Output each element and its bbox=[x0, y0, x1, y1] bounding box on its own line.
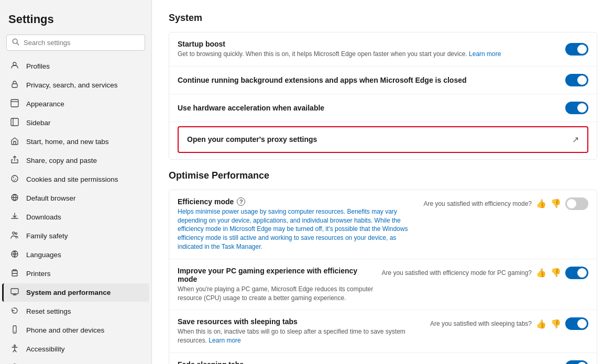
system-card: Startup boost Get to browsing quickly. W… bbox=[169, 32, 597, 160]
hardware-acceleration-label: Use hardware acceleration when available bbox=[178, 104, 565, 112]
browser-icon bbox=[10, 193, 21, 203]
svg-point-11 bbox=[14, 180, 15, 181]
external-link-icon: ↗ bbox=[572, 135, 579, 145]
hardware-acceleration-info: Use hardware acceleration when available bbox=[178, 104, 565, 112]
startup-boost-toggle[interactable] bbox=[565, 43, 588, 56]
efficiency-mode-right: Are you satisfied with efficiency mode? … bbox=[423, 197, 588, 210]
family-icon bbox=[10, 231, 21, 241]
svg-point-13 bbox=[13, 232, 15, 234]
sidebar-item-family-safety[interactable]: Family safety bbox=[2, 227, 149, 245]
help-circle-icon[interactable]: ? bbox=[237, 197, 245, 206]
sidebar-item-label: Default browser bbox=[26, 194, 76, 202]
svg-rect-16 bbox=[12, 273, 17, 276]
sleeping-tabs-toggle-slider bbox=[565, 317, 588, 330]
proxy-settings-row[interactable]: Open your computer's proxy settings ↗ bbox=[178, 126, 588, 153]
sidebar-icon bbox=[10, 118, 21, 128]
optimise-card: Efficiency mode ? Helps minimise power u… bbox=[169, 190, 597, 364]
sleeping-tabs-toggle[interactable] bbox=[565, 317, 588, 330]
download-icon bbox=[10, 212, 21, 222]
fade-sleeping-tabs-toggle[interactable] bbox=[565, 360, 588, 364]
sidebar-item-printers[interactable]: Printers bbox=[2, 264, 149, 283]
pc-gaming-row: Improve your PC gaming experience with e… bbox=[169, 259, 597, 311]
efficiency-mode-toggle[interactable] bbox=[565, 197, 588, 210]
startup-boost-row: Startup boost Get to browsing quickly. W… bbox=[169, 32, 597, 67]
sleeping-tabs-label: Save resources with sleeping tabs bbox=[178, 317, 422, 326]
pc-gaming-thumbs-up-icon[interactable]: 👍 bbox=[536, 268, 546, 278]
sleeping-tabs-learn-more-link[interactable]: Learn more bbox=[209, 337, 240, 344]
pc-gaming-right: Are you satisfied with efficiency mode f… bbox=[381, 267, 588, 279]
sidebar-item-accessibility[interactable]: Accessibility bbox=[2, 340, 149, 358]
sidebar: Settings Profiles Privacy, search, and s… bbox=[0, 0, 152, 364]
fade-sleeping-tabs-label: Fade sleeping tabs bbox=[178, 360, 557, 364]
sidebar-item-default-browser[interactable]: Default browser bbox=[2, 189, 149, 207]
svg-point-20 bbox=[14, 345, 16, 347]
proxy-settings-label: Open your computer's proxy settings bbox=[187, 135, 317, 144]
svg-rect-18 bbox=[13, 326, 16, 333]
sidebar-item-label: Share, copy and paste bbox=[26, 157, 97, 164]
efficiency-feedback-text: Are you satisfied with efficiency mode? bbox=[423, 200, 532, 207]
page-title: Settings bbox=[0, 8, 151, 35]
sidebar-item-label: Sidebar bbox=[26, 119, 51, 127]
sidebar-item-sidebar[interactable]: Sidebar bbox=[2, 114, 149, 132]
appearance-icon bbox=[10, 99, 21, 109]
pc-gaming-thumbs-down-icon[interactable]: 👎 bbox=[551, 268, 561, 278]
sidebar-item-label: Languages bbox=[26, 251, 61, 259]
search-icon bbox=[12, 38, 19, 47]
sidebar-item-share-copy[interactable]: Share, copy and paste bbox=[2, 151, 149, 170]
sidebar-item-label: Reset settings bbox=[26, 307, 71, 315]
fade-sleeping-tabs-right bbox=[565, 360, 588, 364]
sleeping-tabs-info: Save resources with sleeping tabs When t… bbox=[178, 317, 422, 345]
background-extensions-info: Continue running background extensions a… bbox=[178, 76, 565, 84]
sidebar-item-label: Printers bbox=[26, 270, 51, 278]
printer-icon bbox=[10, 269, 21, 279]
sidebar-item-phone-devices[interactable]: Phone and other devices bbox=[2, 321, 149, 339]
startup-boost-learn-more-link[interactable]: Learn more bbox=[469, 50, 501, 58]
optimise-section: Optimise Performance Efficiency mode ? H… bbox=[169, 170, 597, 364]
optimise-section-title: Optimise Performance bbox=[169, 170, 597, 181]
search-box[interactable] bbox=[6, 35, 145, 51]
sidebar-item-languages[interactable]: Languages bbox=[2, 246, 149, 264]
efficiency-mode-title-row: Efficiency mode ? bbox=[178, 197, 415, 206]
search-input[interactable] bbox=[24, 39, 139, 47]
language-icon bbox=[10, 250, 21, 260]
svg-point-10 bbox=[15, 179, 16, 180]
sidebar-item-label: Appearance bbox=[26, 100, 64, 108]
pc-gaming-info: Improve your PC gaming experience with e… bbox=[178, 267, 373, 303]
hardware-acceleration-toggle-slider bbox=[565, 102, 588, 114]
sidebar-item-label: Privacy, search, and services bbox=[26, 81, 118, 89]
profiles-icon bbox=[10, 61, 21, 71]
share-icon bbox=[10, 156, 21, 166]
svg-point-9 bbox=[13, 177, 14, 178]
sidebar-item-label: Phone and other devices bbox=[26, 326, 104, 334]
thumbs-up-icon[interactable]: 👍 bbox=[536, 198, 546, 208]
hardware-acceleration-toggle[interactable] bbox=[565, 102, 588, 114]
sidebar-item-system-performance[interactable]: System and performance bbox=[2, 283, 149, 302]
efficiency-mode-row: Efficiency mode ? Helps minimise power u… bbox=[169, 190, 597, 259]
sidebar-item-label: Accessibility bbox=[26, 345, 65, 353]
sidebar-item-label: Start, home, and new tabs bbox=[26, 138, 109, 146]
background-extensions-toggle[interactable] bbox=[565, 74, 588, 86]
sleeping-tabs-thumbs-down-icon[interactable]: 👎 bbox=[551, 319, 561, 329]
sidebar-item-cookies[interactable]: Cookies and site permissions bbox=[2, 170, 149, 189]
sidebar-item-privacy[interactable]: Privacy, search, and services bbox=[2, 76, 149, 94]
svg-rect-4 bbox=[11, 100, 18, 107]
pc-gaming-toggle[interactable] bbox=[565, 267, 588, 279]
svg-rect-17 bbox=[11, 289, 18, 294]
sidebar-item-about-edge[interactable]: About Microsoft Edge bbox=[2, 359, 149, 364]
svg-rect-6 bbox=[11, 118, 18, 126]
sidebar-item-appearance[interactable]: Appearance bbox=[2, 95, 149, 113]
pc-gaming-label: Improve your PC gaming experience with e… bbox=[178, 267, 373, 283]
background-extensions-label: Continue running background extensions a… bbox=[178, 76, 565, 84]
settings-panel: System Startup boost Get to browsing qui… bbox=[152, 0, 614, 364]
sidebar-item-downloads[interactable]: Downloads bbox=[2, 208, 149, 226]
sleeping-tabs-row: Save resources with sleeping tabs When t… bbox=[169, 310, 597, 353]
thumbs-down-icon[interactable]: 👎 bbox=[551, 198, 561, 208]
sleeping-tabs-desc: When this is on, inactive tabs will go t… bbox=[178, 327, 422, 345]
sidebar-item-reset-settings[interactable]: Reset settings bbox=[2, 302, 149, 321]
efficiency-mode-toggle-slider bbox=[565, 197, 588, 210]
startup-boost-desc: Get to browsing quickly. When this is on… bbox=[178, 50, 565, 59]
sidebar-item-label: Cookies and site permissions bbox=[26, 175, 118, 183]
sleeping-tabs-thumbs-up-icon[interactable]: 👍 bbox=[536, 319, 546, 329]
sidebar-item-start-home[interactable]: Start, home, and new tabs bbox=[2, 133, 149, 151]
sidebar-item-profiles[interactable]: Profiles bbox=[2, 57, 149, 75]
